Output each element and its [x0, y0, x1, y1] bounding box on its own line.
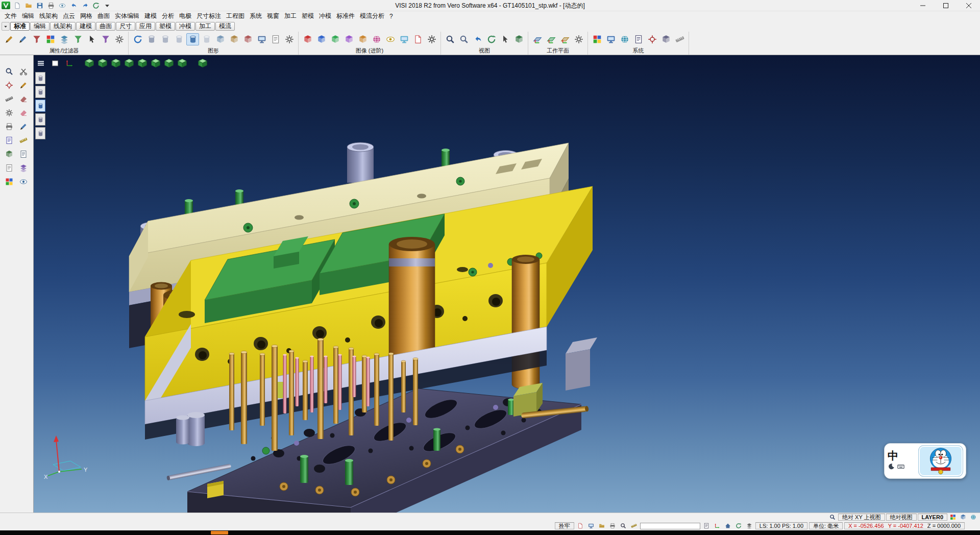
tab-wireframe[interactable]: 线架构	[50, 22, 76, 31]
quick-access-dropdown-icon[interactable]	[102, 1, 112, 10]
open-file-icon[interactable]	[23, 1, 34, 10]
measure-status-icon[interactable]	[629, 522, 639, 530]
path-tool-icon[interactable]	[3, 93, 16, 105]
preview-icon[interactable]	[57, 1, 67, 10]
viewport-frame-icon[interactable]	[49, 58, 61, 68]
minimize-button[interactable]	[911, 0, 934, 11]
view-cube-bottom-icon[interactable]	[97, 58, 108, 69]
view-cube-top-icon[interactable]	[84, 58, 95, 69]
display-config-icon[interactable]	[604, 33, 617, 45]
menu-system[interactable]: 系统	[247, 11, 264, 21]
units-field[interactable]: 单位: 毫米	[809, 522, 843, 529]
snap-lock-toggle[interactable]: 拴牢	[555, 522, 574, 529]
section-display-icon[interactable]	[241, 33, 254, 45]
view-mode-icon[interactable]	[959, 514, 968, 521]
data-table-icon[interactable]	[632, 33, 645, 45]
maximize-button[interactable]	[934, 0, 957, 11]
zoom-tool-icon[interactable]	[3, 65, 16, 77]
view-cube-iso2-icon[interactable]	[177, 58, 188, 69]
solid-tool-icon[interactable]	[3, 148, 16, 160]
menu-dimension[interactable]: 尺寸标注	[194, 11, 224, 21]
menu-wireframe[interactable]: 线架构	[37, 11, 60, 21]
print-tool-icon[interactable]	[3, 120, 16, 132]
menu-file[interactable]: 文件	[2, 11, 19, 21]
save-icon[interactable]	[35, 1, 45, 10]
capture-icon[interactable]	[576, 522, 585, 530]
tab-dimension[interactable]: 尺寸	[116, 22, 135, 31]
entity-attributes-icon[interactable]	[3, 33, 15, 45]
online-status-icon[interactable]	[969, 514, 978, 521]
view-pan-icon[interactable]	[499, 33, 511, 45]
color-filter-icon[interactable]	[44, 33, 57, 45]
annotate-tool-icon[interactable]	[17, 148, 30, 160]
ime-mode-button[interactable]: 中	[888, 450, 917, 461]
zoom-fit-icon[interactable]	[444, 33, 456, 45]
view-previous-icon[interactable]	[471, 33, 484, 45]
view-iso-icon[interactable]	[512, 33, 525, 45]
tab-dropdown-icon[interactable]	[2, 22, 10, 31]
workplane-xy-icon[interactable]	[531, 33, 544, 45]
menu-solid-edit[interactable]: 实体编辑	[112, 11, 142, 21]
render-settings-icon[interactable]	[425, 33, 438, 45]
redo-icon[interactable]	[80, 1, 90, 10]
workplane-align-icon[interactable]	[558, 33, 571, 45]
snap-tool-icon[interactable]	[3, 79, 16, 91]
view-rotate-icon[interactable]	[485, 33, 498, 45]
axis-status-icon[interactable]	[713, 522, 722, 530]
palette-tool-icon[interactable]	[3, 176, 16, 187]
background-icon[interactable]	[398, 33, 410, 45]
lighting-icon[interactable]	[384, 33, 397, 45]
type-filter-icon[interactable]	[71, 33, 84, 45]
refresh-file-icon[interactable]	[91, 1, 101, 10]
view-axes-icon[interactable]	[63, 58, 76, 68]
view-cube-right-icon[interactable]	[150, 58, 161, 69]
display-list-icon[interactable]	[269, 33, 282, 45]
part-list-icon[interactable]	[597, 522, 606, 530]
viewport-menu-icon[interactable]	[35, 58, 47, 68]
print-icon[interactable]	[46, 1, 56, 10]
viewport-config-icon[interactable]	[255, 33, 268, 45]
knife-tool-icon[interactable]	[17, 93, 30, 105]
undo-icon[interactable]	[68, 1, 79, 10]
status-search-icon[interactable]	[828, 514, 837, 521]
wireframe-mode-icon[interactable]	[159, 33, 172, 45]
measure-tool-icon[interactable]	[17, 134, 30, 146]
assembly-display-icon[interactable]	[228, 33, 240, 45]
menu-help[interactable]: ?	[387, 12, 396, 20]
layers-status-icon[interactable]	[745, 522, 754, 530]
menu-surface[interactable]: 曲面	[95, 11, 112, 21]
sketch-tool-icon[interactable]	[17, 79, 30, 91]
mask-filter-icon[interactable]	[99, 33, 112, 45]
solid-display-icon[interactable]	[214, 33, 227, 45]
menu-modeling[interactable]: 建模	[142, 11, 159, 21]
tab-edit[interactable]: 编辑	[30, 22, 50, 31]
zoom-status-icon[interactable]	[619, 522, 628, 530]
list-tool-icon[interactable]	[3, 134, 16, 146]
tab-surface[interactable]: 曲面	[96, 22, 115, 31]
snap-settings-icon[interactable]	[646, 33, 658, 45]
ghost-mode-icon[interactable]	[200, 33, 213, 45]
menu-window[interactable]: 视窗	[264, 11, 282, 21]
view-mode-field[interactable]: 绝对 XY 上视图	[838, 514, 885, 521]
menu-edit[interactable]: 编辑	[19, 11, 37, 21]
menu-moldflow[interactable]: 模流分析	[357, 11, 387, 21]
windows-taskbar[interactable]	[0, 530, 980, 535]
menu-drawing[interactable]: 工程图	[224, 11, 247, 21]
view-cube-back-icon[interactable]	[124, 58, 135, 69]
new-file-icon[interactable]	[12, 1, 22, 10]
copy-attributes-icon[interactable]	[16, 33, 29, 45]
shaded-mode-icon[interactable]	[145, 33, 158, 45]
profile-icon[interactable]	[673, 33, 686, 45]
tab-flow[interactable]: 模流	[215, 22, 235, 31]
view-cube-front-icon[interactable]	[110, 58, 121, 69]
render-textured-icon[interactable]	[315, 33, 328, 45]
workplane-settings-icon[interactable]	[572, 33, 585, 45]
tab-modeling[interactable]: 建模	[76, 22, 95, 31]
tab-machining[interactable]: 加工	[195, 22, 215, 31]
render-reflection-icon[interactable]	[329, 33, 341, 45]
render-shadow-icon[interactable]	[342, 33, 355, 45]
layer-colors-icon[interactable]	[948, 514, 958, 521]
viewport-3d[interactable]: X Y	[34, 55, 980, 513]
refresh-status-icon[interactable]	[734, 522, 743, 530]
graphics-settings-icon[interactable]	[283, 33, 296, 45]
